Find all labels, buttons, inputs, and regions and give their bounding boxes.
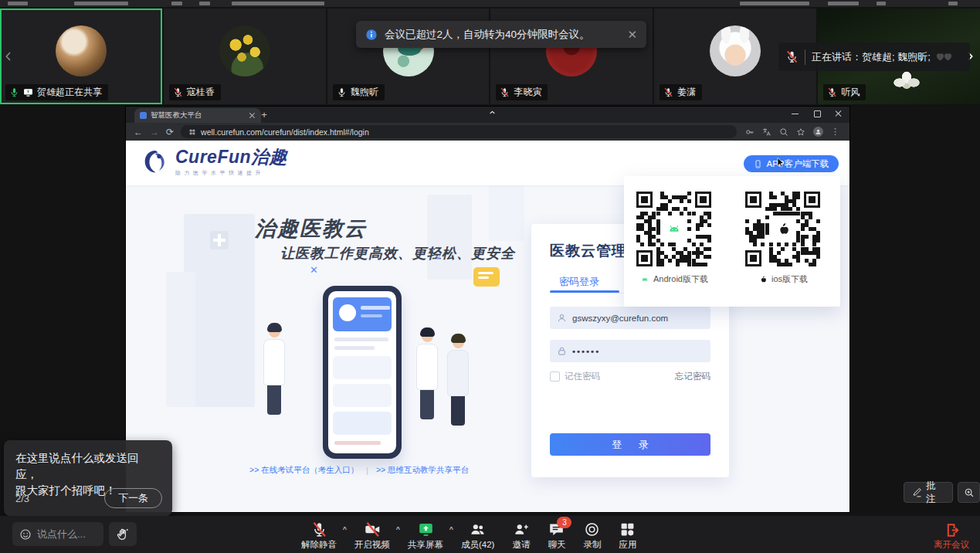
back-icon[interactable]: ← bbox=[134, 127, 143, 137]
scroll-participants-left-button[interactable] bbox=[2, 45, 15, 68]
leave-meeting-button[interactable]: 离开会议 bbox=[934, 522, 969, 551]
mic-on-icon bbox=[337, 87, 347, 97]
video-tile-hexiongchao[interactable]: 贺雄超正在共享 bbox=[0, 8, 162, 104]
annotate-button[interactable]: 批注 bbox=[904, 482, 953, 503]
app-download-button[interactable]: APP客户端下载 bbox=[744, 155, 839, 172]
hospital-cross-icon bbox=[210, 231, 229, 249]
titlebar-glyph bbox=[948, 2, 958, 5]
divider: | bbox=[366, 466, 368, 475]
titlebar-glyph bbox=[74, 2, 128, 5]
titlebar-glyph bbox=[8, 2, 28, 5]
invite-button[interactable]: 邀请 bbox=[512, 521, 530, 551]
forgot-password-link[interactable]: 忘记密码 bbox=[675, 371, 710, 382]
mic-muted-icon bbox=[785, 50, 799, 63]
android-icon bbox=[666, 221, 682, 237]
browser-tab-strip: 智慧医教大平台 + bbox=[126, 107, 849, 123]
video-options-chevron[interactable]: ^ bbox=[396, 525, 400, 533]
deco-plus: ✕ bbox=[435, 253, 441, 262]
teaching-platform-link[interactable]: >> 思维互动教学共享平台 bbox=[376, 465, 469, 476]
avatar bbox=[56, 25, 107, 76]
members-button[interactable]: 成员(42) bbox=[461, 521, 494, 551]
chat-bubble-shape bbox=[473, 267, 500, 287]
pen-icon bbox=[912, 487, 922, 498]
password-key-icon[interactable] bbox=[745, 127, 754, 137]
apps-icon bbox=[619, 521, 636, 538]
avatar bbox=[710, 25, 761, 76]
footer-links: >> 在线考试平台（考生入口） | >> 思维互动教学共享平台 bbox=[249, 465, 469, 476]
zoom-plus-icon bbox=[964, 487, 975, 498]
building-shape bbox=[166, 272, 195, 407]
hero-illustration: ✕ ✕ bbox=[242, 256, 574, 480]
banner-close-icon[interactable]: ✕ bbox=[627, 29, 637, 40]
zoom-icon[interactable] bbox=[779, 127, 788, 137]
meeting-limit-banner: 会议已超过2人，自动转为40分钟限时会议。 ✕ bbox=[356, 21, 646, 48]
participant-name-pill: 姜潇 bbox=[660, 84, 702, 100]
login-page: CureFun治趣 助力医学水平快速提升 APP客户端下载 治趣医教云 让医教工… bbox=[126, 141, 849, 512]
doctor-figure bbox=[416, 331, 438, 419]
participant-name: 听风 bbox=[841, 86, 860, 99]
reload-icon[interactable]: ⟳ bbox=[166, 127, 174, 137]
titlebar-glyph bbox=[232, 2, 324, 5]
camera-off-icon bbox=[365, 521, 381, 538]
chevron-left-icon bbox=[2, 50, 15, 63]
settings-glyph bbox=[828, 2, 859, 5]
translate-icon[interactable] bbox=[762, 127, 771, 137]
bookmark-star-icon[interactable] bbox=[796, 127, 805, 137]
mic-muted-icon bbox=[663, 87, 673, 97]
username-field[interactable]: gswszyxy@curefun.com bbox=[550, 307, 710, 329]
mic-options-chevron[interactable]: ^ bbox=[343, 525, 347, 533]
record-button[interactable]: 录制 bbox=[583, 521, 601, 551]
raise-hand-button[interactable] bbox=[109, 522, 137, 546]
next-tip-button[interactable]: 下一条 bbox=[104, 488, 162, 508]
remember-label: 记住密码 bbox=[565, 371, 600, 382]
titlebar-glyph bbox=[740, 2, 809, 5]
address-bar[interactable]: well.curefun.com/curefun/dist/index.html… bbox=[181, 125, 737, 138]
password-field[interactable]: •••••• bbox=[550, 340, 710, 362]
restore-button[interactable] bbox=[812, 109, 822, 118]
video-tile-kouguixiang[interactable]: 寇桂香 bbox=[164, 8, 326, 104]
raise-hand-icon bbox=[116, 528, 130, 541]
apps-button[interactable]: 应用 bbox=[619, 521, 636, 551]
video-feed-flower bbox=[889, 70, 924, 96]
lock-icon bbox=[557, 346, 567, 356]
android-qr-code bbox=[636, 192, 711, 266]
share-screen-button[interactable]: 共享屏幕 ^ bbox=[408, 521, 443, 551]
login-button[interactable]: 登 录 bbox=[550, 433, 710, 456]
android-icon bbox=[640, 275, 649, 284]
avatar bbox=[219, 25, 270, 76]
chat-tip-counter: 2/3 bbox=[15, 493, 29, 504]
apple-icon bbox=[758, 275, 768, 284]
browser-menu-icon[interactable]: ⋮ bbox=[831, 127, 839, 137]
profile-avatar[interactable] bbox=[813, 127, 823, 137]
tab-password-login[interactable]: 密码登录 bbox=[559, 275, 599, 289]
share-options-chevron[interactable]: ^ bbox=[449, 525, 453, 533]
reaction-placeholder: 说点什么... bbox=[37, 528, 86, 541]
checkbox-icon bbox=[550, 371, 560, 382]
close-button[interactable] bbox=[834, 109, 843, 118]
logo-tagline: 助力医学水平快速提升 bbox=[175, 169, 287, 177]
collapse-video-strip-button[interactable] bbox=[483, 107, 501, 118]
phone-icon bbox=[754, 160, 762, 168]
reaction-input[interactable]: 说点什么... bbox=[12, 522, 103, 546]
exam-platform-link[interactable]: >> 在线考试平台（考生入口） bbox=[249, 465, 358, 476]
annotate-label: 批注 bbox=[926, 480, 944, 506]
mic-muted-icon bbox=[500, 87, 510, 97]
phone-mockup bbox=[323, 286, 402, 459]
unmute-button[interactable]: 解除静音 ^ bbox=[301, 521, 337, 551]
browser-tab[interactable]: 智慧医教大平台 bbox=[134, 108, 261, 123]
forward-icon[interactable]: → bbox=[150, 127, 159, 137]
banner-text: 会议已超过2人，自动转为40分钟限时会议。 bbox=[385, 28, 620, 42]
start-video-button[interactable]: 开启视频 ^ bbox=[354, 521, 390, 551]
magnify-button[interactable] bbox=[958, 482, 980, 503]
participant-name-pill: 魏煦昕 bbox=[333, 84, 385, 100]
hero-title: 治趣医教云 bbox=[255, 215, 367, 243]
new-tab-button[interactable]: + bbox=[259, 110, 270, 120]
reaction-ghost-icons bbox=[938, 51, 954, 63]
chat-button[interactable]: 聊天 3 bbox=[548, 521, 565, 551]
members-icon bbox=[470, 521, 486, 538]
remember-password-checkbox[interactable]: 记住密码 bbox=[550, 371, 600, 382]
minimize-button[interactable] bbox=[791, 109, 800, 118]
participant-name-pill: 寇桂香 bbox=[169, 84, 221, 100]
tab-close-icon[interactable] bbox=[249, 112, 256, 119]
mic-muted-icon bbox=[173, 87, 183, 97]
